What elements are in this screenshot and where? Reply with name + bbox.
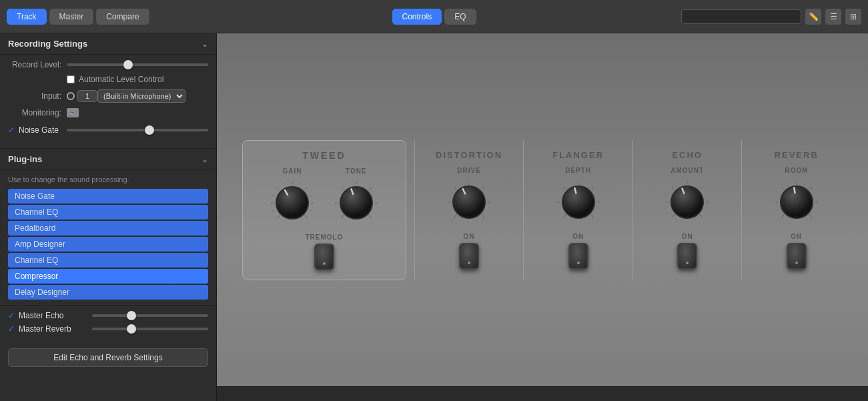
input-device-select[interactable]: (Built-in Microphone) — [97, 89, 185, 103]
room-knob[interactable] — [773, 178, 821, 226]
gain-knob[interactable] — [268, 179, 316, 227]
master-echo-thumb[interactable] — [127, 311, 136, 320]
master-reverb-check[interactable]: ✓ — [8, 324, 15, 334]
echo-toggle[interactable] — [677, 243, 697, 270]
tab-track[interactable]: Track — [7, 9, 47, 25]
right-panel: TWEED GAIN — [217, 33, 868, 401]
reverb-toggle[interactable] — [787, 243, 807, 270]
edit-echo-reverb-button[interactable]: Edit Echo and Reverb Settings — [8, 348, 208, 367]
svg-line-51 — [781, 214, 784, 217]
amount-knob[interactable] — [663, 178, 711, 226]
svg-line-39 — [590, 214, 593, 217]
tweed-title: TWEED — [302, 150, 346, 161]
drive-knob[interactable] — [445, 178, 493, 226]
drive-label: DRIVE — [457, 167, 481, 174]
recording-settings-chevron: ⌄ — [201, 39, 208, 49]
tweed-knobs: GAIN — [268, 167, 380, 227]
plugin-item-channel-eq-1[interactable]: Channel EQ — [8, 205, 208, 220]
list-icon[interactable]: ☰ — [825, 9, 841, 25]
tab-group-center: Controls EQ — [392, 9, 476, 25]
svg-line-57 — [809, 214, 811, 217]
divider-3 — [632, 140, 633, 280]
plugin-item-compressor[interactable]: Compressor — [8, 269, 208, 284]
auto-level-checkbox[interactable] — [67, 75, 75, 83]
input-mic-icon — [67, 92, 75, 100]
master-reverb-thumb[interactable] — [127, 324, 136, 334]
tone-label: TONE — [346, 167, 367, 175]
tone-knob[interactable] — [332, 179, 380, 227]
plugins-section: Plug-ins ⌄ Use to change the sound proce… — [0, 148, 216, 305]
svg-line-4 — [306, 187, 308, 189]
record-level-thumb[interactable] — [123, 60, 133, 69]
plugin-item-noise-gate[interactable]: Noise Gate — [8, 189, 208, 204]
noise-gate-row: ✓ Noise Gate — [8, 123, 208, 137]
tone-knob-svg — [332, 179, 380, 227]
tab-compare[interactable]: Compare — [96, 9, 149, 25]
svg-line-17 — [341, 187, 343, 189]
svg-line-15 — [341, 215, 344, 218]
svg-point-49 — [671, 186, 703, 218]
flanger-on-container: ON — [568, 233, 588, 270]
tab-eq[interactable]: EQ — [444, 9, 476, 25]
tab-master[interactable]: Master — [49, 9, 94, 25]
input-number[interactable] — [77, 90, 97, 102]
amount-knob-svg — [663, 178, 711, 226]
monitoring-row: Monitoring: 🔈 — [8, 108, 208, 117]
noise-gate-slider[interactable] — [67, 129, 208, 131]
room-knob-container: ROOM — [773, 167, 821, 226]
search-input[interactable] — [681, 9, 801, 24]
master-reverb-slider[interactable] — [92, 328, 208, 330]
svg-point-31 — [453, 186, 485, 218]
divider-4 — [741, 140, 742, 280]
svg-line-33 — [563, 214, 566, 217]
plugin-item-amp-designer[interactable]: Amp Designer — [8, 237, 208, 252]
svg-line-37 — [591, 187, 593, 189]
svg-line-24 — [454, 214, 456, 217]
auto-level-row: Automatic Level Control — [67, 75, 208, 84]
recording-settings-header[interactable]: Recording Settings ⌄ — [0, 33, 216, 55]
reverb-on-container: ON — [787, 233, 807, 270]
tremolo-knob[interactable] — [314, 244, 334, 270]
record-level-slider[interactable] — [67, 63, 208, 66]
flanger-toggle[interactable] — [568, 243, 588, 270]
master-reverb-row: ✓ Master Reverb — [8, 324, 208, 334]
distortion-toggle[interactable] — [459, 243, 479, 270]
plugin-item-delay-designer[interactable]: Delay Designer — [8, 285, 208, 300]
svg-line-12 — [310, 210, 312, 210]
plugins-header[interactable]: Plug-ins ⌄ — [0, 149, 216, 170]
tab-controls[interactable]: Controls — [392, 9, 442, 25]
divider-2 — [523, 140, 524, 280]
svg-line-8 — [272, 195, 274, 195]
noise-gate-checkmark[interactable]: ✓ — [8, 125, 15, 135]
noise-gate-label: Noise Gate — [19, 125, 59, 135]
top-bar: Track Master Compare Controls EQ ✏️ ☰ ⊞ — [0, 0, 868, 33]
plugin-item-pedalboard[interactable]: Pedalboard — [8, 221, 208, 236]
depth-label: DEPTH — [565, 167, 591, 174]
right-panel-status-bar — [217, 386, 868, 401]
divider-1 — [414, 140, 415, 280]
svg-line-26 — [454, 187, 456, 189]
depth-knob[interactable] — [554, 178, 602, 226]
svg-line-7 — [272, 210, 274, 210]
amp-group-flanger: FLANGER DEPTH — [532, 150, 624, 270]
svg-point-58 — [781, 186, 813, 218]
grid-icon[interactable]: ⊞ — [845, 9, 861, 25]
monitoring-icon[interactable]: 🔈 — [67, 108, 79, 117]
svg-line-19 — [370, 187, 372, 189]
reverb-title: REVERB — [775, 150, 819, 160]
amount-label: AMOUNT — [671, 167, 704, 174]
plugin-item-channel-eq-2[interactable]: Channel EQ — [8, 253, 208, 268]
drive-knob-container: DRIVE — [445, 167, 493, 226]
record-level-row: Record Level: — [8, 60, 208, 69]
pencil-icon[interactable]: ✏️ — [805, 9, 821, 25]
svg-point-22 — [340, 187, 372, 219]
svg-point-13 — [276, 187, 308, 219]
svg-line-42 — [673, 214, 675, 217]
tab-group-right: ✏️ ☰ ⊞ — [681, 9, 861, 25]
svg-line-44 — [673, 187, 675, 189]
master-echo-slider[interactable] — [92, 314, 208, 317]
record-level-label: Record Level: — [8, 60, 61, 69]
room-knob-svg — [773, 178, 821, 226]
noise-gate-thumb[interactable] — [145, 125, 154, 135]
master-echo-check[interactable]: ✓ — [8, 311, 15, 320]
